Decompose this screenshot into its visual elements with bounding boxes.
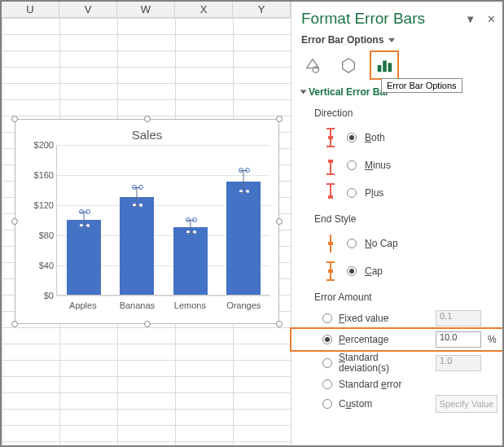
y-tick-label: $40: [23, 261, 54, 270]
bar[interactable]: [173, 227, 208, 295]
option-label: Standard error: [339, 379, 401, 390]
endstyle-nocap-option[interactable]: No Cap: [291, 230, 504, 257]
selection-dot: [192, 230, 197, 234]
option-label: Standarddeviation(s): [339, 353, 389, 374]
resize-handle[interactable]: [276, 321, 283, 327]
amount-custom-option[interactable]: Custom Specify Value: [291, 392, 504, 415]
radio[interactable]: [322, 313, 332, 323]
amount-group-label: Error Amount: [291, 285, 504, 308]
chevron-down-icon[interactable]: [388, 38, 395, 42]
bar[interactable]: [226, 182, 261, 295]
effects-icon[interactable]: [337, 54, 360, 77]
radio[interactable]: [347, 188, 357, 198]
resize-handle[interactable]: [144, 116, 151, 122]
option-label: Fixed value: [339, 313, 388, 324]
radio[interactable]: [347, 133, 357, 142]
x-axis: ApplesBananasLemonsOranges: [56, 300, 270, 310]
bar-options-icon[interactable]: Error Bar Options: [373, 54, 396, 77]
col-header[interactable]: X: [175, 2, 233, 17]
pane-title: Format Error Bars: [301, 10, 425, 28]
col-header[interactable]: U: [2, 2, 59, 17]
amount-percentage-option[interactable]: Percentage 10.0 %: [291, 329, 504, 350]
col-header[interactable]: W: [117, 2, 175, 17]
direction-group-label: Direction: [291, 101, 504, 124]
option-label: No Cap: [365, 238, 398, 249]
radio[interactable]: [322, 379, 332, 389]
direction-both-option[interactable]: Both: [291, 124, 504, 151]
radio[interactable]: [322, 399, 332, 409]
percentage-input[interactable]: 10.0: [436, 331, 481, 348]
error-bar[interactable]: [83, 212, 84, 227]
y-tick-label: $0: [23, 291, 54, 300]
endstyle-group-label: End Style: [291, 207, 504, 230]
resize-handle[interactable]: [11, 321, 18, 327]
specify-value-button: Specify Value: [436, 395, 497, 413]
svg-point-0: [313, 67, 318, 72]
bar[interactable]: [120, 197, 154, 295]
amount-fixed-option[interactable]: Fixed value 0.1: [291, 308, 504, 329]
y-tick-label: $120: [23, 200, 54, 210]
svg-rect-10: [328, 160, 333, 163]
svg-rect-19: [328, 270, 333, 273]
x-tick-label: Lemons: [173, 300, 207, 310]
y-tick-label: $80: [23, 230, 54, 240]
cap-icon: [322, 260, 339, 283]
error-bar[interactable]: [137, 187, 138, 207]
option-label: Plus: [365, 187, 383, 199]
radio[interactable]: [347, 266, 357, 276]
resize-handle[interactable]: [11, 116, 18, 122]
collapse-icon[interactable]: [300, 90, 307, 94]
col-header[interactable]: V: [59, 2, 117, 17]
radio[interactable]: [347, 160, 357, 170]
format-pane: Format Error Bars ▼ ✕ Error Bar Options …: [291, 2, 504, 447]
x-tick-label: Oranges: [226, 300, 261, 310]
option-label: Minus: [365, 160, 391, 171]
svg-rect-7: [328, 136, 333, 139]
svg-rect-15: [328, 242, 333, 245]
radio[interactable]: [322, 335, 332, 344]
section-title: Vertical Error Bar: [309, 86, 389, 98]
fill-line-icon[interactable]: [301, 54, 324, 77]
error-bar[interactable]: [243, 170, 244, 193]
selection-dot: [245, 189, 250, 194]
column-headers: U V W X Y: [2, 2, 291, 18]
option-label: Percentage: [339, 334, 388, 345]
selection-dot: [138, 203, 143, 208]
svg-rect-2: [383, 61, 387, 72]
option-label: Custom: [339, 398, 372, 410]
error-bar[interactable]: [190, 220, 191, 234]
chart-object[interactable]: Sales $0$40$80$120$160$200 ApplesBananas…: [15, 119, 279, 324]
tooltip: Error Bar Options: [381, 78, 462, 93]
resize-handle[interactable]: [276, 116, 283, 122]
direction-minus-option[interactable]: Minus: [291, 151, 504, 179]
minus-icon: [322, 154, 339, 177]
chart-title[interactable]: Sales: [15, 120, 278, 145]
pane-dropdown-icon[interactable]: ▼: [465, 13, 476, 25]
radio[interactable]: [347, 239, 357, 248]
y-tick-label: $160: [23, 170, 54, 180]
x-tick-label: Apples: [66, 300, 100, 310]
plus-icon: [322, 182, 339, 204]
x-tick-label: Bananas: [120, 300, 154, 310]
svg-rect-3: [388, 63, 392, 72]
endstyle-cap-option[interactable]: Cap: [291, 257, 504, 285]
both-icon: [322, 126, 339, 149]
radio[interactable]: [322, 358, 332, 368]
close-icon[interactable]: ✕: [487, 13, 496, 25]
svg-rect-1: [378, 65, 382, 72]
options-label[interactable]: Error Bar Options: [301, 34, 383, 46]
resize-handle[interactable]: [11, 218, 18, 225]
col-header[interactable]: Y: [233, 2, 291, 17]
amount-stderr-option[interactable]: Standard error: [291, 376, 504, 392]
resize-handle[interactable]: [276, 218, 283, 225]
fixed-value-input: 0.1: [436, 310, 481, 326]
amount-stddev-option[interactable]: Standarddeviation(s) 1.0: [291, 350, 504, 376]
direction-plus-option[interactable]: Plus: [291, 179, 504, 207]
svg-rect-13: [328, 195, 333, 199]
stddev-input: 1.0: [436, 355, 481, 371]
bar[interactable]: [67, 220, 101, 296]
option-label: Cap: [365, 265, 383, 277]
plot-area[interactable]: $0$40$80$120$160$200: [56, 145, 270, 296]
resize-handle[interactable]: [144, 321, 151, 327]
worksheet-grid[interactable]: U V W X Y Sales $0$40$80$120$160$200 App…: [2, 2, 291, 447]
